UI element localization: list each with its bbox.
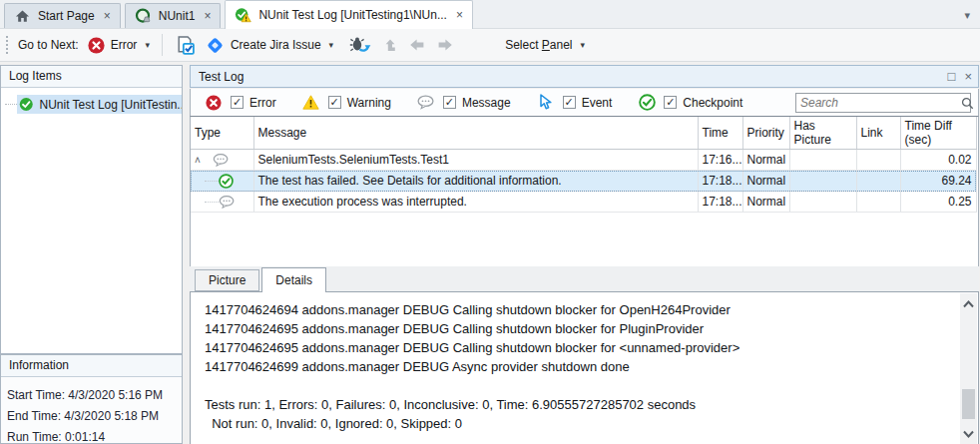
details-line: Not run: 0, Invalid: 0, Ignored: 0, Skip… xyxy=(205,414,958,433)
message-icon xyxy=(219,196,236,209)
test-log-grid: Type Message Time Priority Has Picture L… xyxy=(190,117,979,266)
message-filter-checkbox[interactable]: ✓ xyxy=(443,96,456,109)
close-icon[interactable]: × xyxy=(456,9,463,21)
tab-start-page[interactable]: Start Page × xyxy=(4,3,121,28)
maximize-panel-icon[interactable]: □ xyxy=(948,70,956,83)
scrollbar-thumb[interactable] xyxy=(962,389,975,419)
has-picture-cell xyxy=(789,192,856,213)
column-header-priority[interactable]: Priority xyxy=(742,117,789,150)
column-header-time[interactable]: Time xyxy=(698,117,742,150)
scroll-up-icon[interactable] xyxy=(960,295,977,312)
left-sidebar: Log Items NUnit Test Log [UnitTestin... … xyxy=(0,62,186,444)
log-row-test1[interactable]: ˄ SeleniumTests.SeleniumTests.Test1 17:1… xyxy=(191,150,976,171)
time-cell: 17:18... xyxy=(698,171,742,192)
details-line: 1417704624695 addons.manager DEBUG Calli… xyxy=(205,338,958,357)
toolbar-grip-handle[interactable] xyxy=(6,36,10,54)
column-header-time-diff[interactable]: Time Diff (sec) xyxy=(900,117,976,150)
document-check-icon xyxy=(175,35,196,56)
forward-button[interactable] xyxy=(436,37,455,53)
details-pane: 1417704624694 addons.manager DEBUG Calli… xyxy=(190,291,979,444)
time-cell: 17:18... xyxy=(698,192,742,213)
checkpoint-icon xyxy=(219,174,234,189)
post-defect-button[interactable] xyxy=(344,33,376,57)
expand-collapse-icon[interactable]: ˄ xyxy=(191,155,205,166)
close-icon[interactable]: × xyxy=(104,10,111,22)
green-check-icon xyxy=(19,97,33,112)
log-items-tree: NUnit Test Log [UnitTestin... xyxy=(1,88,182,353)
column-header-type[interactable]: Type xyxy=(191,117,253,150)
warning-filter-label: Warning xyxy=(347,96,391,110)
priority-cell: Normal xyxy=(742,192,789,213)
column-header-link[interactable]: Link xyxy=(856,117,900,150)
log-item-label: NUnit Test Log [UnitTestin... xyxy=(39,98,182,112)
search-input[interactable] xyxy=(796,96,961,110)
log-items-panel: Log Items NUnit Test Log [UnitTestin... xyxy=(0,65,183,354)
test-log-warning-icon xyxy=(235,7,251,24)
arrow-right-icon xyxy=(436,37,455,53)
filter-checkpoint: ✓ Checkpoint xyxy=(638,95,742,111)
tab-label: Start Page xyxy=(38,9,95,23)
error-icon xyxy=(205,95,223,111)
tab-label: NUnit1 xyxy=(159,9,196,23)
tab-nunit-test-log[interactable]: NUnit Test Log [UnitTesting1\NUn... × xyxy=(225,0,473,29)
select-panel-label: Select Panel xyxy=(505,38,572,52)
back-button[interactable] xyxy=(407,37,426,53)
event-filter-checkbox[interactable]: ✓ xyxy=(563,96,576,109)
checkpoint-filter-checkbox[interactable]: ✓ xyxy=(664,96,677,109)
column-header-has-picture[interactable]: Has Picture xyxy=(789,117,856,150)
warning-icon xyxy=(302,95,320,111)
filter-message: ✓ Message xyxy=(417,95,511,111)
error-icon xyxy=(88,37,105,54)
test-log-title: Test Log xyxy=(199,70,939,84)
close-panel-icon[interactable]: × xyxy=(964,70,972,83)
close-icon[interactable]: × xyxy=(204,10,211,22)
go-to-next-label: Go to Next: xyxy=(18,38,79,52)
details-line: 1417704624695 addons.manager DEBUG Calli… xyxy=(205,319,958,338)
chevron-down-icon: ▾ xyxy=(145,40,150,50)
tab-nunit1[interactable]: NUnit1 × xyxy=(125,3,222,28)
tab-picture[interactable]: Picture xyxy=(195,269,259,291)
search-icon[interactable] xyxy=(961,97,974,110)
details-line: 1417704624694 addons.manager DEBUG Calli… xyxy=(205,300,958,319)
home-icon xyxy=(14,8,31,25)
detail-tab-bar: Picture Details xyxy=(190,266,979,291)
move-up-button[interactable] xyxy=(381,37,397,54)
log-row-test-failed[interactable]: The test has failed. See Details for add… xyxy=(191,171,976,192)
end-time-value: End Time: 4/3/2020 5:18 PM xyxy=(7,406,176,427)
error-filter-label: Error xyxy=(249,96,276,110)
select-panel-button[interactable]: Select Panel ▾ xyxy=(500,35,590,55)
nunit-project-icon xyxy=(135,8,152,25)
message-filter-label: Message xyxy=(462,96,511,110)
log-row-interrupted[interactable]: The execution process was interrupted. 1… xyxy=(191,192,976,213)
log-item-nunit-test-log[interactable]: NUnit Test Log [UnitTestin... xyxy=(1,95,182,114)
tab-label: NUnit Test Log [UnitTesting1\NUn... xyxy=(258,8,447,22)
details-line xyxy=(205,376,958,395)
tree-connector xyxy=(205,181,219,182)
arrow-left-icon xyxy=(407,37,426,53)
main-toolbar: Go to Next: Error ▾ Create Jira Issue ▾ xyxy=(0,29,980,62)
link-cell xyxy=(856,150,900,171)
error-button-label: Error xyxy=(111,38,138,52)
tab-list-dropdown-icon[interactable]: ▾ xyxy=(964,9,970,22)
information-panel: Information Start Time: 4/3/2020 5:16 PM… xyxy=(0,354,183,444)
create-jira-issue-button[interactable]: Create Jira Issue ▾ xyxy=(201,33,338,58)
filter-warning: ✓ Warning xyxy=(302,95,391,111)
go-to-next-error-button[interactable]: Error ▾ xyxy=(83,34,155,57)
vertical-scrollbar[interactable] xyxy=(960,293,977,444)
tab-details[interactable]: Details xyxy=(261,267,326,292)
filter-event: ✓ Event xyxy=(537,95,613,111)
log-filter-toolbar: ✓ Error ✓ Warning ✓ Message ✓ Event xyxy=(190,89,979,117)
warning-filter-checkbox[interactable]: ✓ xyxy=(328,96,341,109)
link-cell xyxy=(856,171,900,192)
column-header-message[interactable]: Message xyxy=(253,117,698,150)
error-filter-checkbox[interactable]: ✓ xyxy=(231,96,244,109)
search-box xyxy=(795,93,971,113)
link-cell xyxy=(856,192,900,213)
event-filter-label: Event xyxy=(582,96,613,110)
scroll-down-icon[interactable] xyxy=(960,425,977,442)
chevron-down-icon: ▾ xyxy=(329,40,334,50)
start-time-value: Start Time: 4/3/2020 5:16 PM xyxy=(7,385,176,406)
create-issue-button[interactable] xyxy=(170,32,201,59)
test-log-caption-bar: Test Log □ × xyxy=(190,65,979,88)
grid-header-row: Type Message Time Priority Has Picture L… xyxy=(191,117,976,150)
